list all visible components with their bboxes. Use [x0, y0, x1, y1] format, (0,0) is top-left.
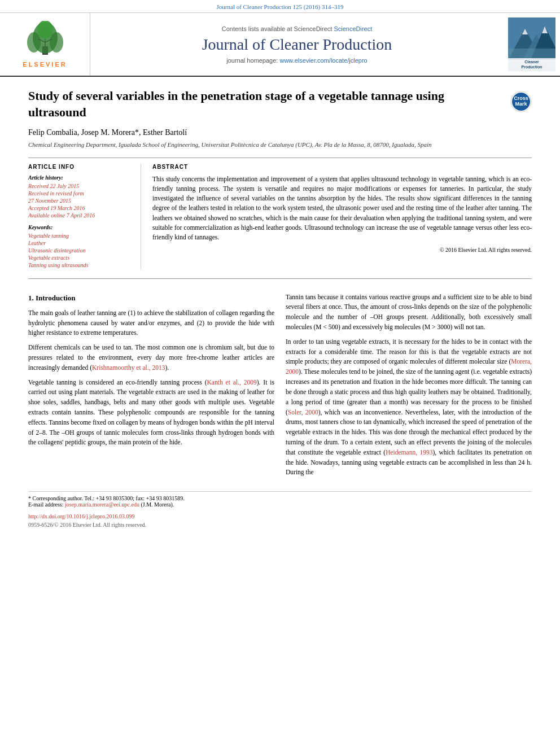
body-columns: 1. Introduction The main goals of leathe… — [28, 292, 532, 483]
history-item-3: 27 November 2015 — [28, 198, 133, 204]
footnote-email: E-mail address: josep.maria.morera@eei.u… — [28, 501, 532, 508]
ref-morera[interactable]: Morera, 2000 — [286, 358, 532, 375]
ref-krishnamoorthy[interactable]: Krishnamoorthy et al., 2013 — [92, 364, 165, 371]
body-col-left: 1. Introduction The main goals of leathe… — [28, 292, 274, 483]
history-item-4: Accepted 19 March 2016 — [28, 205, 133, 211]
copyright-notice: © 2016 Elsevier Ltd. All rights reserved… — [152, 247, 532, 253]
body-col-right: Tannin tans because it contains various … — [286, 292, 532, 483]
article-info-heading: ARTICLE INFO — [28, 164, 133, 170]
section-1-heading: 1. Introduction — [28, 292, 274, 304]
footnote-section: * Corresponding author. Tel.: +34 93 803… — [28, 491, 532, 508]
divider-2 — [28, 278, 532, 279]
svg-point-3 — [50, 32, 63, 53]
keywords-label: Keywords: — [28, 224, 133, 230]
svg-point-4 — [37, 21, 53, 38]
doi-link[interactable]: http://dx.doi.org/10.1016/j.jclepro.2016… — [28, 513, 134, 519]
crossmark-icon: Cross Mark — [510, 91, 532, 112]
history-item-5: Available online 7 April 2016 — [28, 212, 133, 219]
title-section: Cross Mark Study of several variables in… — [28, 88, 532, 120]
email-link[interactable]: josep.maria.morera@eei.upc.edu — [65, 501, 139, 508]
cleaner-production-cover: CleanerProduction — [508, 18, 555, 71]
article-title: Study of several variables in the penetr… — [28, 88, 532, 120]
author-names: Felip Combalia, Josep M. Morera*, Esther… — [28, 128, 187, 137]
journal-homepage-line: journal homepage: www.elsevier.com/locat… — [226, 57, 367, 64]
body-para-3: Vegetable tanning is considered an eco-f… — [28, 378, 274, 448]
crossmark-section: Cross Mark — [510, 91, 532, 115]
abstract-section: ABSTRACT This study concerns the impleme… — [152, 164, 532, 269]
keyword-2: Leather — [28, 240, 133, 246]
body-para-1: The main goals of leather tanning are (1… — [28, 308, 274, 338]
body-para-r2: In order to tan using vegetable extracts… — [286, 337, 532, 478]
elsevier-logo-section: ELSEVIER — [0, 13, 90, 76]
keyword-3: Ultrasonic disintegration — [28, 247, 133, 254]
journal-homepage-link[interactable]: www.elsevier.com/locate/jclepro — [279, 57, 367, 64]
journal-citation: Journal of Cleaner Production 125 (2016)… — [0, 0, 560, 13]
journal-title: Journal of Cleaner Production — [202, 36, 392, 54]
elsevier-wordmark: ELSEVIER — [23, 61, 68, 68]
body-para-r1: Tannin tans because it contains various … — [286, 292, 532, 333]
cover-illustration — [508, 18, 555, 60]
cleaner-production-image: CleanerProduction — [504, 13, 560, 76]
history-label: Article history: — [28, 174, 133, 181]
history-item-1: Received 22 July 2015 — [28, 183, 133, 189]
svg-text:Mark: Mark — [515, 101, 527, 107]
journal-header: ELSEVIER Contents lists available at Sci… — [0, 13, 560, 77]
keyword-1: Vegetable tanning — [28, 233, 133, 239]
ref-kanth[interactable]: Kanth et al., 2009 — [207, 379, 257, 386]
abstract-heading: ABSTRACT — [152, 164, 532, 170]
body-section: 1. Introduction The main goals of leathe… — [28, 292, 532, 528]
divider-1 — [28, 158, 532, 158]
abstract-text: This study concerns the implementation a… — [152, 174, 532, 243]
cleaner-production-label: CleanerProduction — [509, 60, 554, 69]
citation-text: Journal of Cleaner Production 125 (2016)… — [217, 3, 344, 10]
body-para-2: Different chemicals can be used to tan. … — [28, 343, 274, 373]
article-info-section: ARTICLE INFO Article history: Received 2… — [28, 164, 141, 269]
svg-text:Cross: Cross — [514, 95, 528, 101]
keyword-4: Vegetable extracts — [28, 255, 133, 261]
history-item-2: Received in revised form — [28, 190, 133, 196]
keywords-section: Keywords: Vegetable tanning Leather Ultr… — [28, 224, 133, 268]
contents-line: Contents lists available at ScienceDirec… — [222, 25, 373, 32]
keyword-5: Tanning using ultrasounds — [28, 262, 133, 268]
footnote-corresponding: * Corresponding author. Tel.: +34 93 803… — [28, 495, 532, 501]
authors-line: Felip Combalia, Josep M. Morera*, Esther… — [28, 128, 532, 137]
svg-point-2 — [27, 32, 41, 53]
affiliation-line: Chemical Engineering Department, Igualad… — [28, 141, 532, 149]
issn-text: 0959-6526/© 2016 Elsevier Ltd. All right… — [28, 522, 532, 528]
ref-heidemann[interactable]: Heidemann, 1993 — [386, 449, 432, 456]
bottom-links: http://dx.doi.org/10.1016/j.jclepro.2016… — [28, 513, 532, 519]
article-info-abstract: ARTICLE INFO Article history: Received 2… — [28, 164, 532, 269]
cleaner-production-label-overlay: CleanerProduction — [508, 58, 555, 71]
journal-info-center: Contents lists available at ScienceDirec… — [90, 13, 504, 76]
ref-soler[interactable]: Soler, 2000 — [288, 409, 318, 416]
sciencedirect-link[interactable]: ScienceDirect — [334, 25, 372, 32]
elsevier-tree-icon — [23, 21, 68, 58]
article-container: Cross Mark Study of several variables in… — [0, 77, 560, 539]
